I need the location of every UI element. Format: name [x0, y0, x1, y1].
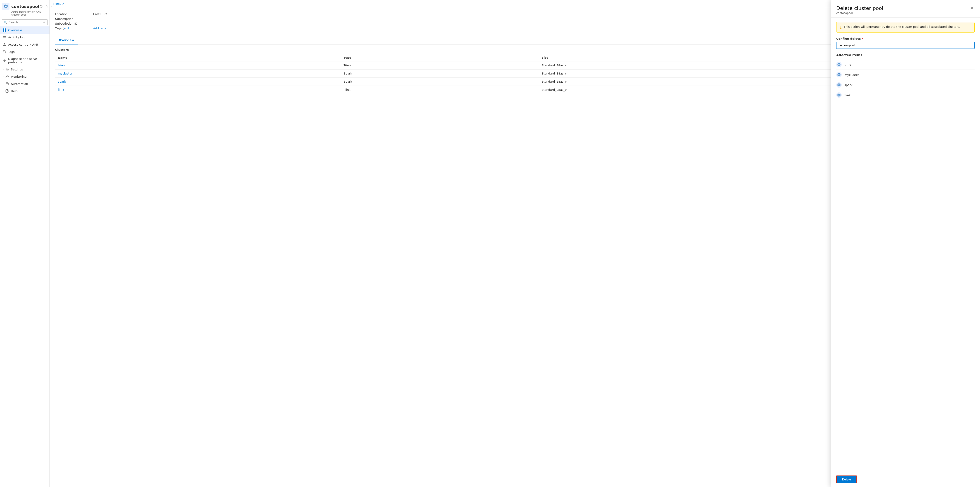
sidebar-item-diagnose-label: Diagnose and solve problems — [8, 57, 47, 64]
iam-icon — [3, 43, 6, 46]
cell-name: spark — [55, 78, 341, 86]
cluster-link[interactable]: mycluster — [58, 72, 73, 75]
cluster-icon — [836, 72, 842, 78]
sidebar-item-activity-log[interactable]: Activity log — [0, 33, 49, 41]
sidebar-item-overview-label: Overview — [8, 29, 22, 32]
automation-chevron: › — [3, 82, 4, 85]
svg-rect-4 — [3, 30, 4, 32]
sidebar-item-automation[interactable]: › Automation — [0, 80, 49, 87]
sidebar-item-access-control-label: Access control (IAM) — [8, 43, 38, 46]
activity-icon — [3, 35, 6, 39]
affected-items-list: trino mycluster spark — [836, 60, 975, 100]
cluster-link[interactable]: trino — [58, 63, 65, 67]
cell-name: flink — [55, 86, 341, 94]
panel-body: ℹ This action will permanently delete th… — [831, 17, 980, 472]
tags-label: Tags (edit) — [55, 27, 87, 30]
sidebar-item-overview[interactable]: Overview — [0, 26, 49, 33]
sidebar-item-settings-label: Settings — [11, 68, 23, 71]
sidebar-item-tags[interactable]: Tags — [0, 48, 49, 56]
sidebar-item-monitoring-label: Monitoring — [11, 75, 27, 78]
affected-item-name: flink — [845, 94, 851, 97]
warning-text: This action will permanently delete the … — [844, 25, 960, 29]
warning-icon: ℹ — [840, 25, 842, 30]
confirm-label: Confirm delete * — [836, 37, 975, 40]
svg-rect-8 — [3, 38, 5, 38]
sidebar-item-monitoring[interactable]: › Monitoring — [0, 73, 49, 80]
resource-name: contosopool — [11, 4, 39, 9]
sidebar-nav: Overview Activity log Access control (IA… — [0, 26, 49, 487]
monitoring-chevron: › — [3, 75, 4, 78]
settings-chevron: › — [3, 68, 4, 71]
cluster-icon — [836, 92, 842, 98]
panel-header: Delete cluster pool contosopool ✕ — [831, 0, 980, 17]
collapse-button[interactable]: ≪ — [43, 21, 46, 24]
cell-type: Flink — [341, 86, 539, 94]
svg-text:?: ? — [7, 90, 8, 92]
search-input[interactable] — [9, 21, 43, 24]
affected-item: mycluster — [836, 70, 975, 80]
svg-rect-6 — [3, 36, 6, 36]
svg-point-11 — [4, 51, 4, 52]
breadcrumb-home[interactable]: Home — [53, 2, 61, 5]
svg-point-22 — [838, 74, 840, 75]
sidebar: contosopool ⬡ ☆ ··· Azure HDInsight on A… — [0, 0, 50, 487]
sidebar-item-settings[interactable]: › Settings — [0, 66, 49, 73]
diagnose-icon — [3, 59, 6, 62]
close-panel-button[interactable]: ✕ — [969, 5, 975, 11]
sidebar-item-access-control[interactable]: Access control (IAM) — [0, 41, 49, 48]
sidebar-item-automation-label: Automation — [11, 82, 28, 86]
svg-rect-3 — [5, 29, 6, 30]
svg-point-1 — [5, 6, 6, 7]
svg-rect-7 — [3, 37, 6, 38]
subscription-id-label: Subscription ID — [55, 22, 87, 25]
svg-point-14 — [7, 69, 8, 70]
subscription-label: Subscription — [55, 17, 87, 21]
panel-title: Delete cluster pool — [836, 5, 883, 11]
svg-point-9 — [4, 43, 5, 44]
affected-item-name: mycluster — [845, 73, 859, 76]
monitoring-icon — [5, 75, 9, 78]
settings-icon — [5, 68, 9, 71]
svg-point-26 — [838, 95, 840, 96]
tags-edit-link[interactable]: edit — [64, 27, 69, 30]
svg-point-13 — [4, 61, 5, 62]
automation-icon — [5, 82, 9, 86]
affected-item-name: trino — [845, 63, 851, 67]
required-marker: * — [862, 37, 863, 40]
location-label: Location — [55, 13, 87, 16]
cluster-icon — [836, 82, 842, 87]
warning-banner: ℹ This action will permanently delete th… — [836, 22, 975, 33]
svg-point-20 — [838, 64, 840, 65]
cluster-link[interactable]: flink — [58, 88, 64, 92]
col-name: Name — [55, 54, 341, 62]
tags-icon — [3, 50, 6, 54]
svg-rect-5 — [5, 30, 6, 32]
cell-name: mycluster — [55, 70, 341, 78]
affected-item-name: spark — [845, 83, 853, 87]
favorite-button[interactable]: ☆ — [45, 4, 49, 9]
confirm-delete-input[interactable] — [836, 42, 975, 49]
panel-subtitle: contosopool — [836, 11, 883, 15]
delete-panel: Delete cluster pool contosopool ✕ ℹ This… — [831, 0, 980, 487]
delete-button[interactable]: Delete — [836, 476, 857, 483]
sidebar-item-tags-label: Tags — [8, 50, 15, 54]
svg-point-24 — [838, 84, 840, 86]
pin-button[interactable]: ⬡ — [39, 4, 43, 9]
affected-item: spark — [836, 80, 975, 90]
resource-subtitle: Azure HDInsight on AKS cluster pool — [11, 10, 47, 16]
breadcrumb-separator: > — [62, 2, 64, 5]
tab-overview[interactable]: Overview — [55, 36, 78, 44]
search-box[interactable]: 🔍 ≪ — [2, 19, 48, 25]
col-type: Type — [341, 54, 539, 62]
svg-rect-2 — [3, 29, 4, 30]
sidebar-item-diagnose[interactable]: Diagnose and solve problems — [0, 56, 49, 66]
cluster-link[interactable]: spark — [58, 80, 66, 83]
help-icon: ? — [5, 89, 9, 93]
cell-name: trino — [55, 62, 341, 70]
cell-type: Spark — [341, 78, 539, 86]
sidebar-item-help[interactable]: › ? Help — [0, 87, 49, 95]
sidebar-item-help-label: Help — [11, 89, 18, 93]
overview-icon — [3, 28, 6, 32]
cell-type: Trino — [341, 62, 539, 70]
search-icon: 🔍 — [4, 21, 7, 24]
